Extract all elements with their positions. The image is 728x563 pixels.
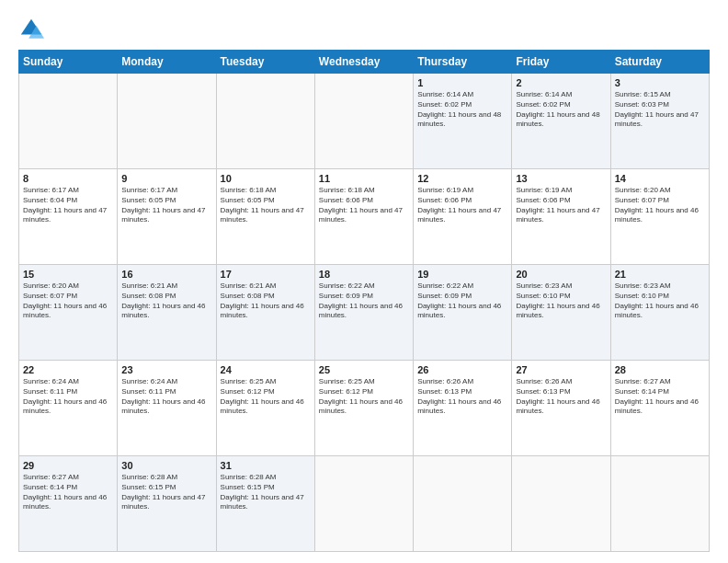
day-number: 13 <box>516 173 606 184</box>
calendar-cell: 26Sunrise: 6:26 AMSunset: 6:13 PMDayligh… <box>414 361 512 456</box>
calendar-cell: 12Sunrise: 6:19 AMSunset: 6:06 PMDayligh… <box>414 169 512 265</box>
calendar-cell <box>19 74 118 169</box>
calendar-cell: 31Sunrise: 6:28 AMSunset: 6:15 PMDayligh… <box>216 456 314 552</box>
day-info: Sunrise: 6:19 AMSunset: 6:06 PMDaylight:… <box>516 186 606 225</box>
day-number: 1 <box>417 77 507 88</box>
day-number: 25 <box>319 364 409 375</box>
day-info: Sunrise: 6:20 AMSunset: 6:07 PMDaylight:… <box>615 186 705 225</box>
calendar-cell: 1Sunrise: 6:14 AMSunset: 6:02 PMDaylight… <box>414 74 512 169</box>
calendar-cell: 23Sunrise: 6:24 AMSunset: 6:11 PMDayligh… <box>118 361 216 456</box>
day-info: Sunrise: 6:22 AMSunset: 6:09 PMDaylight:… <box>319 282 409 321</box>
day-info: Sunrise: 6:19 AMSunset: 6:06 PMDaylight:… <box>417 186 507 225</box>
day-number: 28 <box>615 364 705 375</box>
calendar-week-row: 15Sunrise: 6:20 AMSunset: 6:07 PMDayligh… <box>19 265 710 361</box>
day-info: Sunrise: 6:22 AMSunset: 6:09 PMDaylight:… <box>417 282 507 321</box>
day-info: Sunrise: 6:28 AMSunset: 6:15 PMDaylight:… <box>221 473 311 512</box>
calendar-cell: 21Sunrise: 6:23 AMSunset: 6:10 PMDayligh… <box>610 265 709 361</box>
calendar-cell <box>610 456 709 552</box>
calendar-cell: 16Sunrise: 6:21 AMSunset: 6:08 PMDayligh… <box>118 265 216 361</box>
weekday-header: Friday <box>512 51 610 74</box>
day-info: Sunrise: 6:21 AMSunset: 6:08 PMDaylight:… <box>121 282 211 321</box>
calendar-cell: 24Sunrise: 6:25 AMSunset: 6:12 PMDayligh… <box>216 361 314 456</box>
day-number: 9 <box>121 173 211 184</box>
calendar-cell <box>512 456 610 552</box>
calendar-cell: 29Sunrise: 6:27 AMSunset: 6:14 PMDayligh… <box>19 456 118 552</box>
calendar-cell: 14Sunrise: 6:20 AMSunset: 6:07 PMDayligh… <box>610 169 709 265</box>
day-number: 21 <box>615 269 705 280</box>
calendar-table: SundayMondayTuesdayWednesdayThursdayFrid… <box>18 50 710 552</box>
day-number: 17 <box>221 269 311 280</box>
day-info: Sunrise: 6:24 AMSunset: 6:11 PMDaylight:… <box>23 377 113 417</box>
day-info: Sunrise: 6:21 AMSunset: 6:08 PMDaylight:… <box>221 282 311 321</box>
day-info: Sunrise: 6:25 AMSunset: 6:12 PMDaylight:… <box>221 377 311 417</box>
calendar-cell: 28Sunrise: 6:27 AMSunset: 6:14 PMDayligh… <box>610 361 709 456</box>
calendar-cell: 9Sunrise: 6:17 AMSunset: 6:05 PMDaylight… <box>118 169 216 265</box>
day-info: Sunrise: 6:14 AMSunset: 6:02 PMDaylight:… <box>417 90 507 130</box>
day-info: Sunrise: 6:27 AMSunset: 6:14 PMDaylight:… <box>23 473 113 512</box>
calendar-week-row: 22Sunrise: 6:24 AMSunset: 6:11 PMDayligh… <box>19 361 710 456</box>
calendar-cell: 22Sunrise: 6:24 AMSunset: 6:11 PMDayligh… <box>19 361 118 456</box>
day-number: 31 <box>221 460 311 471</box>
calendar-cell: 3Sunrise: 6:15 AMSunset: 6:03 PMDaylight… <box>610 74 709 169</box>
day-info: Sunrise: 6:25 AMSunset: 6:12 PMDaylight:… <box>319 377 409 417</box>
calendar-cell <box>216 74 314 169</box>
day-info: Sunrise: 6:15 AMSunset: 6:03 PMDaylight:… <box>615 90 705 130</box>
day-number: 18 <box>319 269 409 280</box>
day-info: Sunrise: 6:20 AMSunset: 6:07 PMDaylight:… <box>23 282 113 321</box>
weekday-header: Wednesday <box>314 51 413 74</box>
day-number: 14 <box>615 173 705 184</box>
logo <box>18 17 48 42</box>
day-info: Sunrise: 6:27 AMSunset: 6:14 PMDaylight:… <box>615 377 705 417</box>
day-number: 22 <box>23 364 113 375</box>
day-number: 19 <box>417 269 507 280</box>
day-number: 27 <box>516 364 606 375</box>
calendar-cell: 27Sunrise: 6:26 AMSunset: 6:13 PMDayligh… <box>512 361 610 456</box>
calendar-cell: 13Sunrise: 6:19 AMSunset: 6:06 PMDayligh… <box>512 169 610 265</box>
day-info: Sunrise: 6:28 AMSunset: 6:15 PMDaylight:… <box>121 473 211 512</box>
day-number: 11 <box>319 173 409 184</box>
day-number: 15 <box>23 269 113 280</box>
day-number: 20 <box>516 269 606 280</box>
day-info: Sunrise: 6:23 AMSunset: 6:10 PMDaylight:… <box>615 282 705 321</box>
header <box>18 17 710 42</box>
day-info: Sunrise: 6:26 AMSunset: 6:13 PMDaylight:… <box>516 377 606 417</box>
calendar-week-row: 1Sunrise: 6:14 AMSunset: 6:02 PMDaylight… <box>19 74 710 169</box>
weekday-header: Saturday <box>610 51 709 74</box>
day-info: Sunrise: 6:17 AMSunset: 6:05 PMDaylight:… <box>121 186 211 225</box>
calendar-cell: 17Sunrise: 6:21 AMSunset: 6:08 PMDayligh… <box>216 265 314 361</box>
day-info: Sunrise: 6:18 AMSunset: 6:06 PMDaylight:… <box>319 186 409 225</box>
day-number: 30 <box>121 460 211 471</box>
calendar-cell: 2Sunrise: 6:14 AMSunset: 6:02 PMDaylight… <box>512 74 610 169</box>
calendar-week-row: 29Sunrise: 6:27 AMSunset: 6:14 PMDayligh… <box>19 456 710 552</box>
day-number: 26 <box>417 364 507 375</box>
day-info: Sunrise: 6:26 AMSunset: 6:13 PMDaylight:… <box>417 377 507 417</box>
day-info: Sunrise: 6:14 AMSunset: 6:02 PMDaylight:… <box>516 90 606 130</box>
calendar-cell <box>414 456 512 552</box>
calendar-cell: 20Sunrise: 6:23 AMSunset: 6:10 PMDayligh… <box>512 265 610 361</box>
day-info: Sunrise: 6:23 AMSunset: 6:10 PMDaylight:… <box>516 282 606 321</box>
day-info: Sunrise: 6:18 AMSunset: 6:05 PMDaylight:… <box>221 186 311 225</box>
page: SundayMondayTuesdayWednesdayThursdayFrid… <box>0 0 728 563</box>
calendar-cell: 18Sunrise: 6:22 AMSunset: 6:09 PMDayligh… <box>314 265 413 361</box>
day-number: 29 <box>23 460 113 471</box>
calendar-cell <box>314 456 413 552</box>
weekday-header: Tuesday <box>216 51 314 74</box>
weekday-header: Thursday <box>414 51 512 74</box>
day-number: 12 <box>417 173 507 184</box>
calendar-cell: 25Sunrise: 6:25 AMSunset: 6:12 PMDayligh… <box>314 361 413 456</box>
weekday-header: Sunday <box>19 51 118 74</box>
calendar-cell: 19Sunrise: 6:22 AMSunset: 6:09 PMDayligh… <box>414 265 512 361</box>
logo-icon <box>18 17 44 42</box>
day-number: 23 <box>121 364 211 375</box>
day-number: 10 <box>221 173 311 184</box>
day-number: 8 <box>23 173 113 184</box>
day-info: Sunrise: 6:24 AMSunset: 6:11 PMDaylight:… <box>121 377 211 417</box>
day-number: 24 <box>221 364 311 375</box>
calendar-cell: 8Sunrise: 6:17 AMSunset: 6:04 PMDaylight… <box>19 169 118 265</box>
day-number: 3 <box>615 77 705 88</box>
calendar-cell <box>314 74 413 169</box>
calendar-cell: 15Sunrise: 6:20 AMSunset: 6:07 PMDayligh… <box>19 265 118 361</box>
calendar-cell <box>118 74 216 169</box>
day-number: 2 <box>516 77 606 88</box>
weekday-header: Monday <box>118 51 216 74</box>
